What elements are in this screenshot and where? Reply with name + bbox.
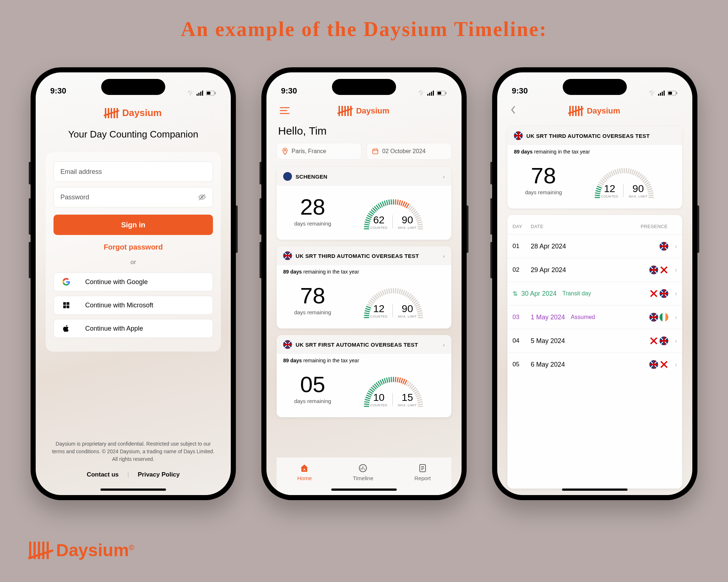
dashboard-card-header[interactable]: UK SRT FIRST AUTOMATIC OVERSEAS TEST › [277,335,451,354]
continue-google-button[interactable]: Continue with Google [54,272,213,291]
svg-line-132 [397,378,398,382]
microsoft-icon [62,301,71,310]
timeline-row[interactable]: 03 1 May 2024 Assumed › [507,305,682,329]
svg-line-73 [366,308,370,310]
svg-line-184 [617,169,618,174]
forgot-password-link[interactable]: Forgot password [54,243,213,251]
eye-off-icon[interactable] [198,193,206,201]
svg-line-99 [411,297,414,300]
svg-rect-9 [63,302,66,305]
table-header: DAY DATE PRESENCE [507,215,682,234]
svg-line-31 [365,222,369,223]
dashboard-card-header[interactable]: SCHENGEN › [277,167,451,186]
svg-line-120 [373,386,376,388]
svg-rect-6 [215,92,216,94]
uk-flag-icon [660,336,668,345]
uk-flag-icon [514,131,523,140]
svg-line-198 [643,179,646,182]
je-flag-icon [660,266,668,274]
chevron-right-icon: › [675,314,677,321]
svg-rect-5 [207,92,210,95]
contact-link[interactable]: Contact us [87,471,119,478]
svg-line-42 [380,203,382,207]
svg-line-146 [417,397,421,399]
svg-line-141 [412,387,416,390]
svg-line-131 [395,377,396,382]
timeline-row[interactable]: 05 6 May 2024 › [507,352,682,376]
summary-card: UK SRT THIRD AUTOMATIC OVERSEAS TEST 89 … [507,126,682,208]
tagline: Your Day Counting Companion [46,129,221,140]
svg-line-101 [414,300,417,303]
svg-line-98 [410,295,412,299]
page-title: An example of the Daysium Timeline: [0,17,728,41]
phone-timeline: 9:30 Daysium UK SRT THIRD AUT [492,67,697,500]
svg-line-94 [403,291,405,295]
back-button[interactable] [510,105,516,117]
svg-line-134 [401,379,403,383]
svg-line-32 [366,220,370,221]
svg-line-107 [418,313,422,314]
svg-line-58 [411,208,414,211]
signin-button[interactable]: Sign in [54,215,213,235]
svg-line-51 [399,200,400,205]
svg-rect-162 [662,92,663,96]
continue-microsoft-button[interactable]: Continue with Microsoft [54,296,213,315]
svg-line-50 [397,200,398,204]
svg-line-124 [380,380,382,384]
location-chip[interactable]: Paris, France [277,143,361,160]
svg-line-65 [418,222,422,223]
privacy-link[interactable]: Privacy Policy [138,471,179,478]
svg-line-194 [637,173,640,176]
svg-line-169 [596,193,600,194]
tab-timeline[interactable]: Timeline [353,463,373,481]
svg-rect-165 [668,92,672,95]
svg-line-53 [403,202,405,206]
svg-line-142 [414,389,417,392]
tab-home[interactable]: Home [297,463,312,481]
svg-line-60 [414,212,417,214]
svg-rect-13 [427,94,428,96]
timeline-row[interactable]: 01 28 Apr 2024 › [507,234,682,258]
tab-report[interactable]: Report [415,463,431,481]
svg-rect-166 [676,92,677,94]
dashboard-card-header[interactable]: UK SRT THIRD AUTOMATIC OVERSEAS TEST › [277,246,451,265]
dashboard-card: SCHENGEN › 28 days remaining 62COUNTED 9… [277,167,451,240]
timeline-row[interactable]: 02 29 Apr 2024 › [507,258,682,282]
date-chip[interactable]: 02 October 2024 [367,143,451,160]
svg-line-66 [418,224,422,225]
greeting: Hello, Tim [277,125,451,137]
svg-line-204 [648,191,653,192]
continue-apple-button[interactable]: Continue with Apple [54,319,213,338]
svg-line-191 [632,170,633,174]
google-icon [62,278,71,286]
summary-card-header[interactable]: UK SRT THIRD AUTOMATIC OVERSEAS TEST [507,126,682,145]
svg-line-59 [412,210,416,213]
password-field[interactable]: Password [54,187,213,207]
timeline-row[interactable]: 04 5 May 2024 › [507,329,682,352]
pin-icon [282,148,288,155]
timeline-row[interactable]: ⇅ 30 Apr 2024 Transit day › [507,282,682,305]
svg-line-37 [371,210,375,213]
status-icons [186,91,216,96]
svg-line-82 [378,293,380,296]
svg-line-118 [370,389,373,392]
svg-line-177 [604,177,606,180]
svg-line-133 [399,378,400,382]
apple-icon [62,324,71,333]
home-icon [300,463,309,473]
svg-line-95 [405,292,407,296]
svg-rect-18 [438,92,441,95]
menu-button[interactable] [280,105,290,117]
svg-line-147 [418,399,422,400]
presence-flags [649,336,671,345]
uk-flag-icon [660,242,668,251]
svg-line-168 [595,195,600,196]
days-remaining-value: 05 [300,373,325,396]
svg-line-52 [401,201,403,205]
uk-flag-icon [660,289,668,298]
svg-rect-163 [664,91,665,96]
chevron-right-icon: › [675,243,677,250]
svg-rect-1 [198,93,199,96]
svg-line-96 [407,293,409,296]
email-field[interactable]: Email address [54,162,213,182]
